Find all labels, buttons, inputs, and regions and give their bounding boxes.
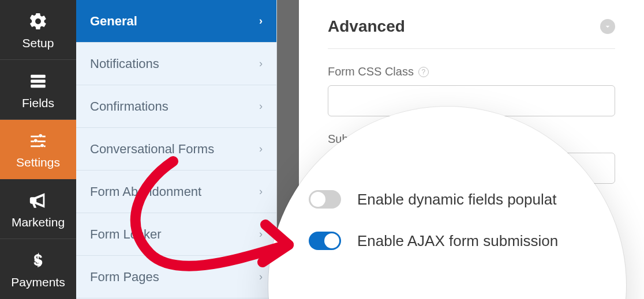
gear-icon <box>27 10 50 33</box>
svg-text:$: $ <box>33 252 42 269</box>
settings-subnav: General › Notifications › Confirmations … <box>76 0 277 299</box>
chevron-right-icon: › <box>259 143 263 155</box>
settings-item-notifications[interactable]: Notifications › <box>76 43 276 85</box>
chevron-right-icon: › <box>259 15 263 27</box>
nav-marketing[interactable]: Marketing <box>0 179 76 239</box>
nav-label: Settings <box>16 156 60 169</box>
help-icon[interactable]: ? <box>418 67 429 77</box>
ajax-toggle[interactable] <box>309 232 341 250</box>
nav-label: Fields <box>22 96 54 110</box>
chevron-down-icon <box>603 22 612 31</box>
settings-item-label: Conversational Forms <box>90 142 214 157</box>
toggle-label: Enable dynamic fields populat <box>357 191 556 209</box>
toggle-row-dynamic-fields: Enable dynamic fields populat <box>309 190 603 209</box>
field-label-text: Form CSS Class <box>328 65 414 78</box>
nav-fields[interactable]: Fields <box>0 60 76 120</box>
settings-item-label: Form Abandonment <box>90 184 201 199</box>
chevron-right-icon: › <box>259 271 263 283</box>
settings-item-form-abandonment[interactable]: Form Abandonment › <box>76 171 276 213</box>
chevron-right-icon: › <box>259 100 263 112</box>
settings-item-label: Confirmations <box>90 99 169 114</box>
settings-item-label: Form Pages <box>90 270 159 285</box>
nav-setup[interactable]: Setup <box>0 0 76 60</box>
chevron-right-icon: › <box>259 186 263 198</box>
collapse-button[interactable] <box>600 19 615 34</box>
settings-item-label: Notifications <box>90 56 159 71</box>
settings-item-form-locker[interactable]: Form Locker › <box>76 213 276 256</box>
nav-label: Setup <box>23 36 54 50</box>
settings-item-form-pages[interactable]: Form Pages › <box>76 256 276 298</box>
panel-title: Advanced <box>328 17 405 36</box>
chevron-right-icon: › <box>259 58 263 70</box>
toggle-row-ajax: Enable AJAX form submission <box>309 232 603 250</box>
settings-item-label: Form Locker <box>90 227 161 242</box>
nav-label: Payments <box>11 275 65 289</box>
nav-settings[interactable]: Settings <box>0 120 76 180</box>
dynamic-fields-toggle[interactable] <box>309 190 341 209</box>
chevron-right-icon: › <box>259 228 263 240</box>
settings-item-conversational-forms[interactable]: Conversational Forms › <box>76 128 276 171</box>
nav-label: Marketing <box>12 215 65 229</box>
primary-nav: Setup Fields Settings Marketing $ Paymen… <box>0 0 76 299</box>
svg-rect-0 <box>31 74 46 78</box>
svg-rect-2 <box>31 84 46 88</box>
settings-item-confirmations[interactable]: Confirmations › <box>76 85 276 128</box>
dollar-icon: $ <box>27 249 50 272</box>
toggle-label: Enable AJAX form submission <box>357 232 558 250</box>
list-icon <box>27 70 50 93</box>
sliders-icon <box>27 129 50 152</box>
settings-item-general[interactable]: General › <box>76 0 276 43</box>
nav-payments[interactable]: $ Payments <box>0 239 76 299</box>
svg-rect-1 <box>31 80 46 83</box>
bullhorn-icon <box>27 189 50 212</box>
settings-item-label: General <box>90 14 137 29</box>
